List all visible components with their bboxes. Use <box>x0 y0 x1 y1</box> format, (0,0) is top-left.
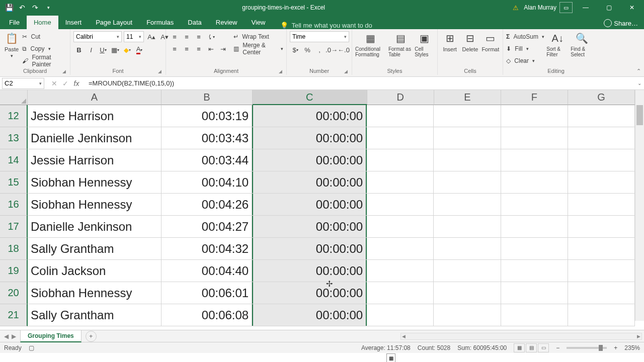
cell-rounded[interactable]: 00:00:00 <box>252 194 367 215</box>
cell-empty[interactable] <box>434 216 501 237</box>
cell-empty[interactable] <box>367 105 434 127</box>
cell-name[interactable]: Siobhan Hennessy <box>28 282 162 304</box>
accounting-format-button[interactable]: $▾ <box>290 44 301 55</box>
row-header[interactable]: 16 <box>0 194 28 216</box>
cell-empty[interactable] <box>501 260 568 282</box>
increase-decimal-button[interactable]: .0→ <box>326 44 337 55</box>
borders-button[interactable]: ▦▾ <box>110 44 121 55</box>
row-header[interactable]: 19 <box>0 260 28 282</box>
delete-cells-button[interactable]: ⊟Delete <box>461 31 479 52</box>
tab-view[interactable]: View <box>244 16 272 29</box>
page-break-view-button[interactable]: ▭ <box>538 343 549 352</box>
align-right-button[interactable]: ≡ <box>193 43 204 54</box>
row-header[interactable]: 21 <box>0 304 28 326</box>
cell-name[interactable]: Jessie Harrison <box>28 105 162 127</box>
cell-name[interactable]: Danielle Jenkinson <box>28 127 162 149</box>
insert-function-button[interactable]: fx <box>71 79 82 87</box>
cell-empty[interactable] <box>434 304 501 326</box>
row-header[interactable]: 13 <box>0 127 28 149</box>
cell-empty[interactable] <box>367 127 434 149</box>
cell-empty[interactable] <box>501 282 568 304</box>
cell-time[interactable]: 00:04:26 <box>162 194 253 215</box>
cell-rounded[interactable]: 00:00:00 <box>252 304 367 326</box>
percent-format-button[interactable]: % <box>302 44 313 55</box>
increase-indent-button[interactable]: ⇥ <box>217 43 228 54</box>
cell-rounded[interactable]: 00:00:00 <box>252 260 367 282</box>
tab-file[interactable]: File <box>2 16 27 29</box>
cell-time[interactable]: 00:06:08 <box>162 304 253 326</box>
autosum-button[interactable]: Σ AutoSum ▾ <box>506 31 544 42</box>
qat-customize-button[interactable]: ▾ <box>42 2 54 14</box>
share-button[interactable]: Share… <box>598 17 644 29</box>
tell-me-search[interactable]: 💡 Tell me what you want to do <box>272 22 372 29</box>
decrease-decimal-button[interactable]: ←.0 <box>338 44 349 55</box>
copy-button[interactable]: ⧉ Copy ▾ <box>22 43 67 54</box>
cell-empty[interactable] <box>568 216 635 237</box>
normal-view-button[interactable]: ▦ <box>514 343 525 352</box>
cell-time[interactable]: 00:06:01 <box>162 282 253 304</box>
cell-empty[interactable] <box>434 149 501 171</box>
cell-empty[interactable] <box>434 194 501 215</box>
horizontal-scrollbar[interactable]: ◀▶ <box>400 333 642 340</box>
number-format-combo[interactable]: Time▾ <box>290 31 349 42</box>
zoom-slider[interactable] <box>567 347 607 349</box>
cell-time[interactable]: 00:04:10 <box>162 171 253 193</box>
cell-rounded[interactable]: 00:00:00 <box>252 282 367 304</box>
insert-cells-button[interactable]: ⊞Insert <box>441 31 459 52</box>
cell-empty[interactable] <box>367 194 434 215</box>
zoom-in-button[interactable]: + <box>614 344 617 351</box>
zoom-out-button[interactable]: − <box>556 344 559 351</box>
row-header[interactable]: 20 <box>0 282 28 304</box>
conditional-formatting-button[interactable]: ▦Conditional Formatting <box>355 31 386 57</box>
expand-formula-bar-button[interactable]: ⌄ <box>635 80 644 86</box>
collapse-ribbon-button[interactable]: ⌃ <box>636 68 641 74</box>
align-middle-button[interactable]: ≡ <box>181 31 192 42</box>
tab-formulas[interactable]: Formulas <box>139 16 181 29</box>
cell-empty[interactable] <box>568 149 635 171</box>
cell-empty[interactable] <box>568 238 635 259</box>
merge-center-button[interactable]: ▥ Merge & Center ▾ <box>233 43 283 54</box>
cell-name[interactable]: Danielle Jenkinson <box>28 216 162 237</box>
ribbon-display-options-button[interactable]: ▭ <box>559 2 573 13</box>
bold-button[interactable]: B <box>73 44 85 55</box>
number-dialog-launcher[interactable]: ◢ <box>344 69 348 74</box>
cell-empty[interactable] <box>501 304 568 326</box>
new-sheet-button[interactable]: + <box>86 331 97 342</box>
wrap-text-button[interactable]: ↵ Wrap Text <box>233 31 283 42</box>
cell-name[interactable]: Siobhan Hennessy <box>28 194 162 215</box>
cell-empty[interactable] <box>434 105 501 127</box>
column-header-a[interactable]: A <box>28 90 162 105</box>
cell-empty[interactable] <box>367 216 434 237</box>
row-header[interactable]: 12 <box>0 105 28 127</box>
cell-empty[interactable] <box>367 238 434 259</box>
paste-button[interactable]: 📋 Paste▾ <box>3 31 20 58</box>
align-center-button[interactable]: ≡ <box>181 43 192 54</box>
cell-empty[interactable] <box>568 127 635 149</box>
cell-empty[interactable] <box>568 260 635 282</box>
tab-home[interactable]: Home <box>27 16 58 29</box>
cell-time[interactable]: 00:03:43 <box>162 127 253 149</box>
cell-empty[interactable] <box>434 260 501 282</box>
format-painter-button[interactable]: 🖌 Format Painter <box>22 55 67 66</box>
page-layout-view-button[interactable]: ▤ <box>526 343 537 352</box>
align-bottom-button[interactable]: ≡ <box>193 31 204 42</box>
comma-format-button[interactable]: , <box>314 44 325 55</box>
macro-record-icon[interactable]: ▢ <box>29 344 34 351</box>
cell-empty[interactable] <box>434 127 501 149</box>
font-dialog-launcher[interactable]: ◢ <box>158 69 162 74</box>
cell-name[interactable]: Sally Grantham <box>28 238 162 259</box>
column-header-b[interactable]: B <box>162 90 253 105</box>
row-header[interactable]: 17 <box>0 216 28 238</box>
cell-time[interactable]: 00:04:27 <box>162 216 253 237</box>
column-header-g[interactable]: G <box>568 90 635 105</box>
cell-empty[interactable] <box>367 304 434 326</box>
format-as-table-button[interactable]: ▤Format as Table <box>388 31 413 57</box>
cell-rounded[interactable]: 00:00:00 <box>252 238 367 259</box>
cell-name[interactable]: Siobhan Hennessy <box>28 171 162 193</box>
redo-button[interactable]: ↷ <box>29 2 41 14</box>
sort-filter-button[interactable]: A↓Sort & Filter <box>546 31 569 57</box>
cell-empty[interactable] <box>367 260 434 282</box>
tab-insert[interactable]: Insert <box>58 16 89 29</box>
cut-button[interactable]: ✂ Cut <box>22 31 67 42</box>
cell-rounded[interactable]: 00:00:00 <box>252 171 367 193</box>
